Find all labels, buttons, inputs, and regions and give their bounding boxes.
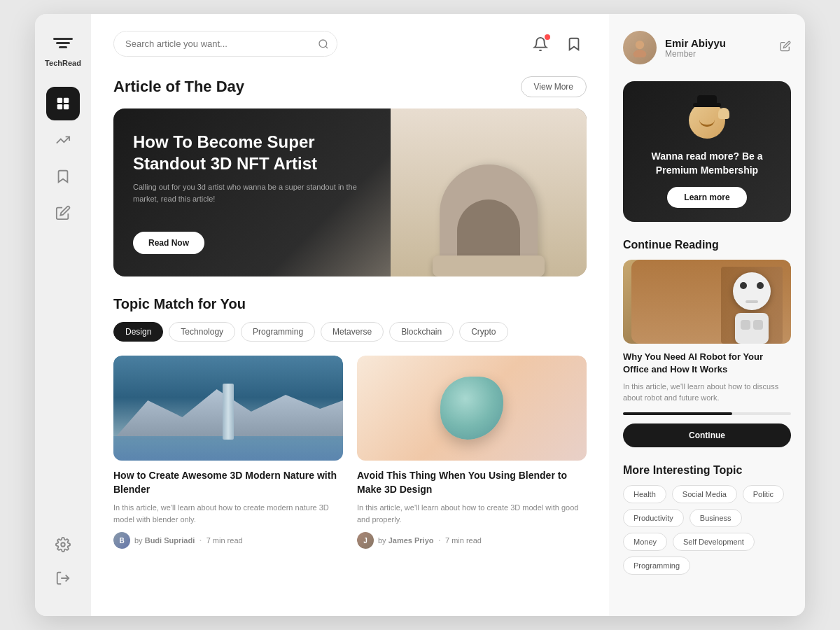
featured-card: How To Become Super Standout 3D NFT Arti… (113, 108, 587, 276)
nav-item-saved[interactable] (46, 160, 80, 193)
topic-tag-blockchain[interactable]: Blockchain (389, 322, 454, 342)
left-sidebar: TechRead (35, 14, 91, 616)
article-readtime-1: 7 min read (206, 536, 243, 545)
svg-rect-3 (57, 98, 62, 103)
user-profile: Emir Abiyyu Member (623, 31, 791, 64)
svg-rect-2 (59, 46, 67, 48)
premium-cta-button[interactable]: Learn more (667, 187, 746, 208)
article-image-2 (357, 356, 587, 461)
bookmark-header-button[interactable] (561, 31, 587, 57)
interest-tag-business[interactable]: Business (690, 509, 742, 527)
notification-dot (545, 34, 550, 40)
svg-rect-6 (64, 104, 69, 109)
premium-title: Wanna read more? Be a Premium Membership (637, 150, 777, 177)
search-icon (318, 38, 329, 50)
user-role: Member (665, 49, 771, 59)
author-avatar-2: J (357, 532, 374, 549)
user-info: Emir Abiyyu Member (665, 37, 771, 59)
bookmark-icon (55, 169, 71, 184)
article-card-title-1: How to Create Awesome 3D Modern Nature w… (113, 469, 343, 496)
logo-icon (50, 31, 76, 56)
topic-tag-design[interactable]: Design (113, 322, 163, 342)
svg-point-12 (634, 50, 647, 57)
arch-illustration (412, 136, 566, 276)
header-actions (528, 31, 587, 57)
user-avatar (623, 31, 657, 64)
logout-icon-btn[interactable] (50, 566, 76, 591)
pencil-icon (780, 41, 791, 52)
arch-pedestal (433, 255, 545, 276)
continue-reading-section: Continue Reading (623, 239, 791, 447)
interest-tag-politic[interactable]: Politic (743, 485, 784, 503)
article-readtime-2: 7 min read (445, 536, 482, 545)
continue-reading-title: Continue Reading (623, 239, 791, 251)
grid-icon (55, 96, 71, 111)
read-now-button[interactable]: Read Now (133, 232, 204, 254)
article-author-1: by Budi Supriadi (134, 536, 195, 545)
continue-reading-card: Why You Need AI Robot for Your Office an… (623, 260, 791, 447)
nav-item-trending[interactable] (46, 123, 80, 157)
interest-tag-self-development[interactable]: Self Development (673, 533, 755, 551)
search-bar (113, 31, 337, 57)
article-card-1: How to Create Awesome 3D Modern Nature w… (113, 356, 343, 549)
nav-item-edit[interactable] (46, 196, 80, 230)
user-avatar-icon (630, 38, 650, 57)
search-button[interactable] (318, 38, 329, 50)
article-meta-1: B by Budi Supriadi · 7 min read (113, 532, 343, 549)
more-topics-tags: Health Social Media Politic Productivity… (623, 485, 791, 575)
search-input[interactable] (113, 31, 337, 57)
svg-line-10 (326, 46, 328, 48)
featured-card-left: How To Become Super Standout 3D NFT Arti… (113, 108, 391, 276)
logo-text: TechRead (45, 59, 81, 67)
topic-match-section: Topic Match for You Design Technology Pr… (113, 296, 587, 549)
svg-rect-4 (64, 98, 69, 103)
topic-tags: Design Technology Programming Metaverse … (113, 322, 587, 342)
author-avatar-1: B (113, 532, 130, 549)
article-of-day-title: Article of The Day (113, 78, 244, 96)
topic-match-title: Topic Match for You (113, 296, 587, 312)
topic-tag-technology[interactable]: Technology (169, 322, 235, 342)
right-sidebar: Emir Abiyyu Member (609, 14, 805, 616)
interest-tag-money[interactable]: Money (623, 533, 667, 551)
edit-profile-button[interactable] (780, 41, 791, 55)
articles-grid: How to Create Awesome 3D Modern Nature w… (113, 356, 587, 549)
featured-card-right (391, 108, 587, 276)
article-of-day-header: Article of The Day View More (113, 76, 587, 97)
interest-tag-health[interactable]: Health (623, 485, 666, 503)
bookmark-header-icon (566, 36, 582, 52)
featured-card-title: How To Become Super Standout 3D NFT Arti… (133, 131, 371, 174)
trending-icon (55, 132, 71, 148)
article-card-desc-2: In this article, we'll learn about how t… (357, 502, 587, 525)
reading-progress-fill (623, 412, 732, 415)
tall-object (223, 384, 234, 440)
nav-item-grid[interactable] (46, 87, 80, 120)
topic-tag-programming[interactable]: Programming (241, 322, 315, 342)
continue-reading-image (623, 260, 791, 344)
nav-items (35, 87, 91, 526)
svg-rect-5 (57, 104, 62, 109)
svg-rect-0 (53, 38, 73, 40)
settings-icon (55, 537, 71, 552)
interest-tag-social-media[interactable]: Social Media (672, 485, 737, 503)
more-topics-title: More Interesting Topic (623, 464, 791, 477)
article-card-title-2: Avoid This Thing When You Using Blender … (357, 469, 587, 496)
water-surface (113, 436, 343, 461)
interest-tag-productivity[interactable]: Productivity (623, 509, 684, 527)
svg-rect-1 (56, 42, 70, 44)
continue-reading-button[interactable]: Continue (623, 424, 791, 447)
sidebar-bottom (50, 532, 76, 599)
featured-card-subtitle: Calling out for you 3d artist who wanna … (133, 181, 371, 204)
reading-progress-bar (623, 412, 791, 415)
user-name: Emir Abiyyu (665, 37, 771, 49)
notification-button[interactable] (528, 31, 553, 57)
interest-tag-programming[interactable]: Programming (623, 556, 690, 575)
settings-icon-btn[interactable] (50, 532, 76, 557)
svg-point-7 (61, 542, 65, 547)
view-more-button[interactable]: View More (521, 76, 587, 97)
premium-card: Wanna read more? Be a Premium Membership… (623, 81, 791, 222)
continue-card-title: Why You Need AI Robot for Your Office an… (623, 351, 791, 376)
logout-icon (55, 570, 71, 586)
topic-tag-metaverse[interactable]: Metaverse (321, 322, 384, 342)
svg-point-9 (319, 40, 327, 48)
topic-tag-crypto[interactable]: Crypto (459, 322, 507, 342)
